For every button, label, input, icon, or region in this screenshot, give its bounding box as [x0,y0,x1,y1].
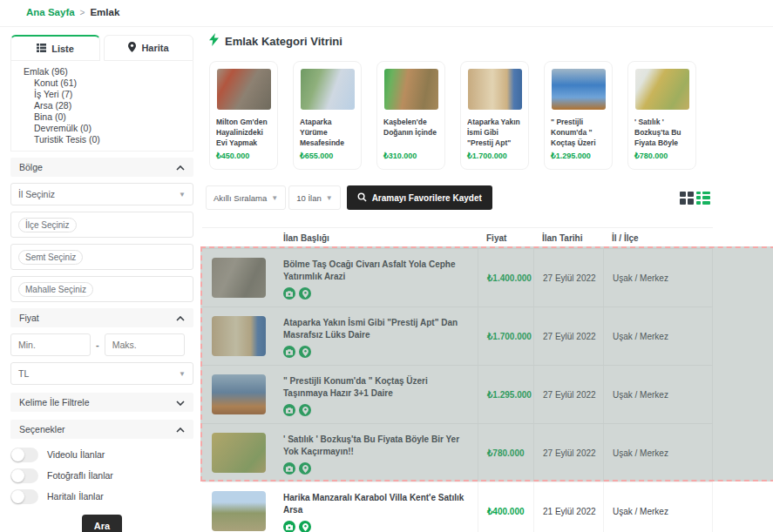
card-title: Ataparka Yürüme Mesafesinde [300,117,355,148]
listing-thumbnail[interactable] [212,491,266,531]
location-badge-icon[interactable] [299,404,311,416]
breadcrumb-separator: > [80,8,85,17]
tab-liste[interactable]: Liste [10,35,100,61]
location-badge-icon[interactable] [299,346,311,358]
listing-price: ₺1.400.000 [478,249,533,306]
tab-harita[interactable]: Harita [104,35,193,61]
category-emlak[interactable]: Emlak (96) [24,66,193,77]
toggle-switch-off[interactable] [10,448,38,462]
table-row[interactable]: ' Satılık ' Bozkuş'ta Bu Fiyata Böyle Bi… [202,424,713,482]
listing-thumbnail[interactable] [212,433,266,473]
sidebar-tabs: Liste Harita [10,35,193,61]
listing-date: 27 Eylül 2022 [533,424,603,481]
table-row[interactable]: Ataparka Yakın İsmi Gibi "Prestij Apt" D… [202,307,713,366]
location-badge-icon[interactable] [299,521,311,532]
section-kelime[interactable]: Kelime İle Filtrele [10,393,193,412]
photo-badge-icon[interactable] [283,521,295,532]
category-bina[interactable]: Bina (0) [24,111,193,123]
category-konut[interactable]: Konut (61) [24,77,193,89]
location-badge-icon[interactable] [299,287,311,300]
price-max-input[interactable] [105,333,185,356]
listing-photo [217,69,271,110]
listing-title: ' Satılık ' Bozkuş'ta Bu Fiyata Böyle Bi… [283,434,469,458]
save-search-button[interactable]: Aramayı Favorilere Kaydet [347,185,492,210]
category-arsa[interactable]: Arsa (28) [24,100,193,111]
emlak-listing-page: Ana Sayfa > Emlak Liste Harita Emlak (96… [0,0,773,532]
table-row[interactable]: Harika Manzaralı Karabol Villa Kent'e Sa… [202,482,713,532]
main-content: Emlak Kategori Vitrini Milton Gm'den Hay… [202,33,773,532]
photo-badge-icon[interactable] [283,462,295,475]
breadcrumb-home-link[interactable]: Ana Sayfa [26,7,75,17]
showcase-card[interactable]: ' Satılık ' Bozkuş'ta Bu Fiyata Böyle ₺7… [627,61,696,170]
semt-input[interactable]: Semt Seçiniz [10,244,193,270]
listing-price: ₺1.700.000 [478,307,533,365]
il-select[interactable]: İl Seçiniz ▼ [10,183,193,205]
toggle-switch-off[interactable] [10,489,38,504]
showcase-card[interactable]: Ataparka Yürüme Mesafesinde ₺655.000 [293,61,362,170]
listing-price: ₺780.000 [478,424,533,481]
section-fiyat[interactable]: Fiyat [10,308,193,327]
listings-table: İlan Başlığı Fiyat İlan Tarihi İl / İlçe… [202,227,713,532]
il-select-value: İl Seçiniz [18,189,55,199]
listing-photo [384,69,438,110]
header-ilan-basligi: İlan Başlığı [275,233,478,243]
listing-photo [301,69,355,110]
card-title: Milton Gm'den Hayalinizdeki Evi Yapmak [216,117,271,148]
caret-down-icon: ▼ [271,194,278,202]
showcase-card[interactable]: " Prestijli Konum'da " Koçtaş Üzeri ₺1.2… [544,61,613,170]
table-row[interactable]: Bölme Taş Ocağı Civarı Asfalt Yola Cephe… [202,249,713,307]
listing-date: 27 Eylül 2022 [533,307,603,365]
category-list: Emlak (96) Konut (61) İş Yeri (7) Arsa (… [10,61,193,152]
showcase-card[interactable]: Kaşbelen'de Doğanın İçinde ₺310.000 [376,61,445,170]
ilce-placeholder: İlçe Seçiniz [18,218,77,232]
card-title: " Prestijli Konum'da " Koçtaş Üzeri [551,117,606,148]
section-secenekler[interactable]: Seçenekler [10,420,193,439]
listing-photo [552,69,606,110]
location-badge-icon[interactable] [299,462,311,475]
toggle-label: Videolu İlanlar [47,449,105,460]
showcase-card[interactable]: Milton Gm'den Hayalinizdeki Evi Yapmak ₺… [209,61,278,170]
category-devremulk[interactable]: Devremülk (0) [24,123,193,134]
listing-photo [468,69,522,110]
ilce-input[interactable]: İlçe Seçiniz [10,212,193,238]
results-toolbar: Akıllı Sıralama ▼ 10 İlan ▼ Aramayı Favo… [206,185,773,210]
toggle-label: Fotoğraflı İlanlar [47,470,113,481]
category-is-yeri[interactable]: İş Yeri (7) [24,89,193,100]
listing-title: Harika Manzaralı Karabol Villa Kent'e Sa… [283,492,469,516]
list-icon [37,44,46,54]
per-page-select[interactable]: 10 İlan ▼ [288,185,340,210]
list-view-icon[interactable] [696,192,710,205]
table-row[interactable]: " Prestijli Konum'da " Koçtaş Üzeri Taşı… [202,366,713,424]
photo-badge-icon[interactable] [283,287,295,300]
toggle-label: Haritalı İlanlar [47,491,104,502]
listing-badges [283,404,469,416]
toggle-haritali-ilanlar[interactable]: Haritalı İlanlar [10,488,193,504]
card-price: ₺450.000 [216,152,271,160]
showcase-card[interactable]: Ataparka Yakın İsmi Gibi "Prestij Apt" ₺… [460,61,529,170]
toggle-switch-off[interactable] [10,468,38,483]
currency-value: TL [18,368,29,379]
sort-select[interactable]: Akıllı Sıralama ▼ [206,185,286,210]
listing-title: Ataparka Yakın İsmi Gibi "Prestij Apt" D… [283,317,469,341]
listing-thumbnail[interactable] [212,258,266,298]
price-min-input[interactable] [10,333,91,356]
listing-thumbnail[interactable] [212,374,266,414]
photo-badge-icon[interactable] [283,404,295,416]
listing-date: 21 Eylül 2022 [533,482,603,532]
photo-badge-icon[interactable] [283,346,295,358]
section-bolge[interactable]: Bölge [10,158,193,177]
grid-view-icon[interactable] [680,192,694,205]
section-kelime-label: Kelime İle Filtrele [19,397,90,407]
search-button[interactable]: Ara [82,515,122,532]
mahalle-input[interactable]: Mahalle Seçiniz [10,276,193,302]
currency-select[interactable]: TL ▼ [10,362,193,385]
category-turistik-tesis[interactable]: Turistik Tesis (0) [24,134,193,145]
toggle-videolu-ilanlar[interactable]: Videolu İlanlar [10,447,193,462]
semt-placeholder: Semt Seçiniz [18,250,83,265]
showcase-cards: Milton Gm'den Hayalinizdeki Evi Yapmak ₺… [209,61,773,170]
chevron-down-icon [176,397,185,407]
toggle-fotografli-ilanlar[interactable]: Fotoğraflı İlanlar [10,468,193,483]
tab-liste-label: Liste [51,44,74,54]
showcase-title: Emlak Kategori Vitrini [225,35,342,48]
listing-thumbnail[interactable] [212,316,266,356]
